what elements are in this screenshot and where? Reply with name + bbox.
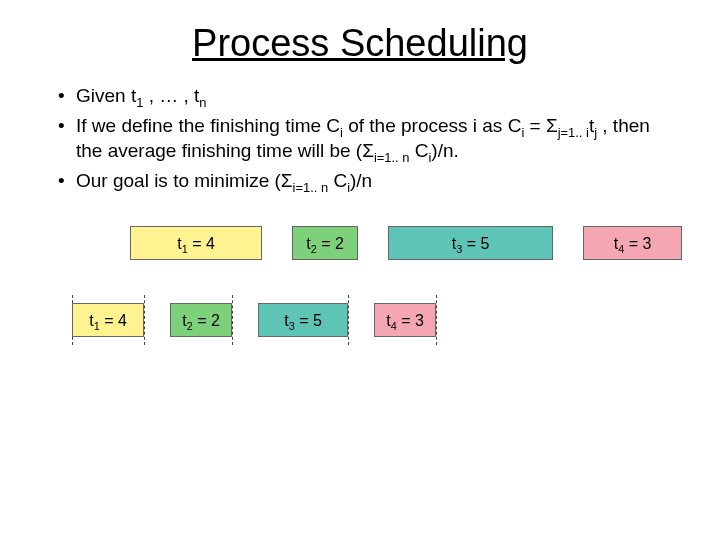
box-t4-row2: t4 = 3 [374, 303, 436, 337]
box-t4-row1: t4 = 3 [583, 226, 682, 260]
diagram-area: t1 = 4 t2 = 2 t3 = 5 t4 = 3 t1 = 4 t2 = … [0, 204, 720, 404]
box-t2-row1: t2 = 2 [292, 226, 358, 260]
box-t2-row2: t2 = 2 [170, 303, 232, 337]
dash-line [348, 295, 349, 345]
bullet-list: Given t1 , … , tn If we define the finis… [58, 83, 680, 194]
box-t1-row1: t1 = 4 [130, 226, 262, 260]
bullet-1: Given t1 , … , tn [58, 83, 680, 109]
diagram-row-2: t1 = 4 t2 = 2 t3 = 5 t4 = 3 [0, 299, 720, 359]
box-t3-row2: t3 = 5 [258, 303, 348, 337]
page-title: Process Scheduling [0, 22, 720, 65]
box-t3-row1: t3 = 5 [388, 226, 553, 260]
bullet-2: If we define the finishing time Ci of th… [58, 113, 680, 164]
diagram-row-1: t1 = 4 t2 = 2 t3 = 5 t4 = 3 [0, 222, 720, 282]
bullet-3: Our goal is to minimize (Σi=1.. n Ci)/n [58, 168, 680, 194]
dash-line [232, 295, 233, 345]
dash-line [436, 295, 437, 345]
dash-line [144, 295, 145, 345]
box-t1-row2: t1 = 4 [72, 303, 144, 337]
